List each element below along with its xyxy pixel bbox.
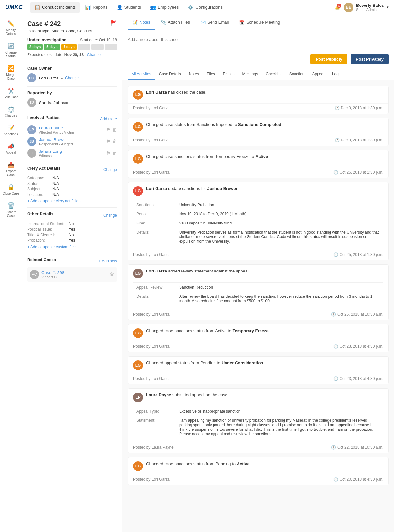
activity-posted-by-7: Posted by Lori Garza bbox=[133, 376, 170, 381]
party-name-0[interactable]: Laura Payne bbox=[39, 126, 104, 130]
other-detail-0: International Student: No bbox=[27, 222, 117, 226]
sidebar-item-export[interactable]: 📤 Export Case bbox=[1, 159, 21, 180]
intl-student-value: No bbox=[69, 222, 74, 226]
tab-attach-files[interactable]: 📎 Attach Files bbox=[156, 16, 194, 30]
party-delete-icon-0[interactable]: 🗑 bbox=[112, 127, 117, 132]
party-delete-icon-1[interactable]: 🗑 bbox=[112, 139, 117, 144]
add-party-link[interactable]: + Add more bbox=[97, 117, 117, 121]
sidebar-item-merge[interactable]: 🔀 Merge Case bbox=[1, 62, 21, 83]
post-publicly-button[interactable]: Post Publicly bbox=[310, 54, 347, 64]
expected-close-change-link[interactable]: Change bbox=[87, 53, 101, 57]
activity-avatar-9: LG bbox=[133, 461, 143, 471]
related-cases-section: Related Cases + Add new VC Case #: 298 V… bbox=[27, 257, 117, 282]
owner-change-link[interactable]: Change bbox=[65, 76, 79, 80]
clery-add-link[interactable]: + Add or update clery act fields bbox=[27, 199, 117, 203]
nav-item-reports[interactable]: 📊 Reports bbox=[81, 2, 111, 13]
step-badge-1: 2 days bbox=[27, 44, 43, 50]
sidebar-item-close[interactable]: 🔒 Close Case bbox=[1, 181, 21, 198]
app-layout: ✏️ Modify Details 🔄 Change Status 🔀 Merg… bbox=[0, 15, 394, 532]
sidebar-item-discard[interactable]: 🗑️ Discard Case bbox=[1, 200, 21, 221]
activity-tab-emails[interactable]: Emails bbox=[219, 68, 238, 80]
sidebar-item-appeal[interactable]: 📣 Appeal bbox=[1, 140, 21, 157]
appeal-label-0: Appeal Review: bbox=[134, 283, 176, 292]
activity-tab-checklist[interactable]: Checklist bbox=[262, 68, 285, 80]
related-case-delete-icon[interactable]: 🗑 bbox=[110, 272, 114, 277]
sidebar-item-modify[interactable]: ✏️ Modify Details bbox=[1, 18, 21, 39]
party-flag-icon-0[interactable]: ⚑ bbox=[106, 127, 110, 132]
schedule-meeting-tab-icon: 📅 bbox=[239, 20, 245, 25]
modify-icon: ✏️ bbox=[7, 20, 15, 27]
party-flag-icon-1[interactable]: ⚑ bbox=[106, 139, 110, 144]
export-icon: 📤 bbox=[7, 161, 15, 168]
reported-by-label: Reported by bbox=[27, 91, 117, 95]
attach-files-tab-icon: 📎 bbox=[161, 20, 166, 25]
other-detail-3: Probation: Yes bbox=[27, 238, 117, 243]
split-icon: ✂️ bbox=[7, 87, 15, 94]
related-case-link[interactable]: Case #: 298 bbox=[41, 270, 64, 275]
party-delete-icon-2[interactable]: 🗑 bbox=[112, 151, 117, 156]
nav-item-students[interactable]: 👤 Students bbox=[113, 2, 145, 13]
progress-steps: 2 days 5 days 5 days bbox=[27, 44, 117, 50]
activity-tab-all[interactable]: All Activites bbox=[128, 68, 155, 80]
nav-item-employees[interactable]: 👥 Employees bbox=[146, 2, 182, 13]
party-name-2[interactable]: Jafaris Long bbox=[39, 149, 104, 154]
tab-schedule-meeting[interactable]: 📅 Schedule Meeting bbox=[235, 16, 284, 30]
sidebar-item-change-status[interactable]: 🔄 Change Status bbox=[1, 40, 21, 61]
case-header: Case # 242 🚩 bbox=[27, 20, 117, 28]
activity-time-3: 🕐 Oct 25, 2018 at 1:30 p.m. bbox=[333, 170, 383, 175]
probation-value: Yes bbox=[69, 238, 75, 243]
activity-tab-files[interactable]: Files bbox=[203, 68, 219, 80]
party-name-1[interactable]: Joshua Brewer bbox=[39, 137, 104, 142]
nav-item-configurations[interactable]: ⚙️ Configurations bbox=[184, 2, 226, 13]
nav-items: 📋 Conduct Incidents 📊 Reports 👤 Students… bbox=[30, 2, 335, 13]
activity-tab-meetings[interactable]: Meetings bbox=[238, 68, 262, 80]
sidebar-item-split[interactable]: ✂️ Split Case bbox=[1, 85, 21, 102]
content-top-tabs: 📝 Notes 📎 Attach Files ✉️ Send Email 📅 S… bbox=[122, 15, 394, 30]
activity-tab-log[interactable]: Log bbox=[328, 68, 342, 80]
sidebar-item-sanctions[interactable]: 📝 Sanctions bbox=[1, 122, 21, 139]
activity-item-3: LG Changed case sanctions status from Te… bbox=[128, 150, 389, 178]
activity-posted-by-1: Posted by Lori Garza bbox=[133, 106, 170, 110]
clery-field-3: Location: N/A bbox=[27, 192, 117, 197]
activity-avatar-5: LG bbox=[133, 269, 143, 278]
case-title: Case # 242 bbox=[27, 20, 61, 28]
sanction-label-0: Sanctions: bbox=[134, 201, 176, 209]
flag-icon[interactable]: 🚩 bbox=[110, 20, 117, 26]
user-menu[interactable]: BB Beverly Bates Super Admin ▾ bbox=[344, 3, 389, 12]
party-flag-icon-2[interactable]: ⚑ bbox=[106, 151, 110, 156]
activity-tab-appeal[interactable]: Appeal bbox=[308, 68, 328, 80]
activity-content-7: Changed appeal status from Pending to Un… bbox=[146, 360, 383, 365]
configurations-icon: ⚙️ bbox=[188, 5, 194, 10]
sidebar-modify-label: Modify Details bbox=[3, 28, 19, 36]
sanction-detail-table: Sanctions: University Probation Period: … bbox=[133, 200, 383, 246]
add-related-case-link[interactable]: + Add new bbox=[99, 259, 117, 263]
note-textarea[interactable] bbox=[128, 34, 389, 51]
sidebar-appeal-label: Appeal bbox=[6, 151, 16, 155]
activity-avatar-4: LG bbox=[133, 186, 143, 196]
activity-content-8: Laura Payne submitted appeal on the case bbox=[146, 393, 383, 397]
activity-tab-sanction[interactable]: Sanction bbox=[285, 68, 308, 80]
tab-send-email[interactable]: ✉️ Send Email bbox=[196, 16, 233, 30]
user-info: Beverly Bates Super Admin bbox=[356, 3, 384, 12]
custom-fields-link[interactable]: + Add or update custom fields bbox=[27, 245, 117, 249]
clery-change-link[interactable]: Change bbox=[103, 167, 117, 172]
top-navigation: UMKC 📋 Conduct Incidents 📊 Reports 👤 Stu… bbox=[0, 0, 394, 15]
post-privately-button[interactable]: Post Privately bbox=[351, 54, 389, 64]
involved-parties-header: Involved Parties + Add more bbox=[27, 115, 117, 123]
activity-posted-by-6: Posted by Lori Garza bbox=[133, 344, 170, 349]
notifications-bell[interactable]: 🔔 1 bbox=[335, 5, 340, 10]
other-details-change-link[interactable]: Change bbox=[103, 213, 117, 218]
tab-notes[interactable]: 📝 Notes bbox=[128, 16, 155, 30]
party-info-2: Jafaris Long Witness bbox=[39, 149, 104, 158]
activity-tab-case-details[interactable]: Case Details bbox=[155, 68, 185, 80]
political-value: Yes bbox=[69, 227, 75, 232]
activity-content-2: Changed case status from Sanctions Impos… bbox=[146, 122, 383, 127]
reports-icon: 📊 bbox=[85, 5, 91, 10]
activity-item-5: LG Lori Garza added review statement aga… bbox=[128, 264, 389, 320]
nav-item-conduct[interactable]: 📋 Conduct Incidents bbox=[30, 2, 80, 13]
step-badge-2: 5 days bbox=[44, 44, 60, 50]
activity-avatar-6: LG bbox=[133, 328, 143, 338]
sidebar-item-charges[interactable]: ⚖️ Charges bbox=[1, 103, 21, 120]
activity-tabs: All Activites Case Details Notes Files E… bbox=[122, 68, 394, 80]
activity-tab-notes[interactable]: Notes bbox=[185, 68, 203, 80]
